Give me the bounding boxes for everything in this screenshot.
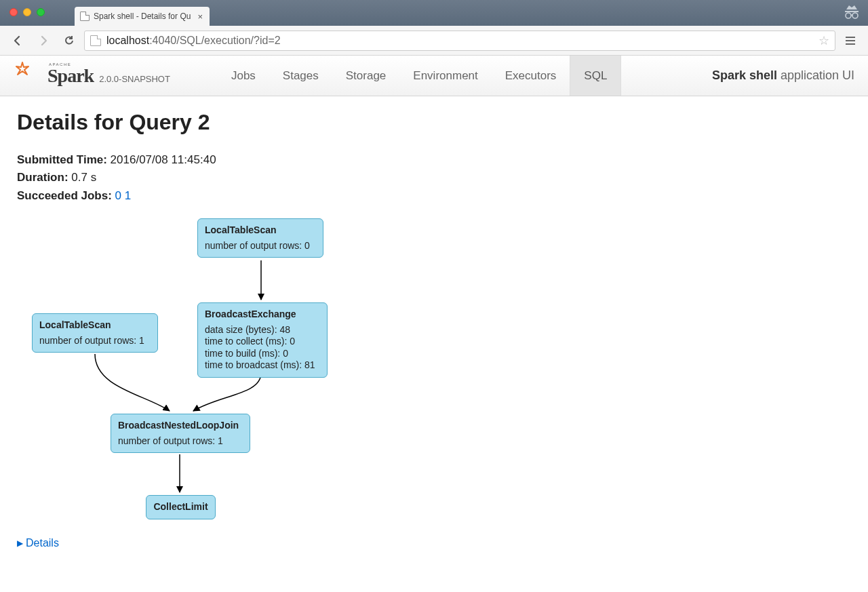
browser-toolbar: localhost:4040/SQL/execution/?id=2 ☆ [0, 26, 868, 56]
maximize-window-button[interactable] [37, 8, 45, 16]
dag-node-localtablescan-0[interactable]: LocalTableScan number of output rows: 0 [197, 218, 323, 258]
job-link-0[interactable]: 0 [115, 189, 121, 202]
page-icon [90, 35, 101, 46]
dag-node-broadcastnestedloopjoin[interactable]: BroadcastNestedLoopJoin number of output… [111, 414, 250, 453]
bookmark-star-icon[interactable]: ☆ [818, 33, 829, 48]
close-tab-icon[interactable]: × [197, 12, 203, 22]
duration: 0.7 s [71, 171, 96, 184]
dag-node-broadcastexchange[interactable]: BroadcastExchange data size (bytes): 48 … [197, 302, 328, 378]
page-icon [80, 12, 90, 21]
window-titlebar: Spark shell - Details for Qu × [0, 0, 868, 26]
app-title: Spark shell application UI [712, 68, 854, 83]
chevron-right-icon: ▶ [17, 538, 23, 548]
nav-tabs: Jobs Stages Storage Environment Executor… [218, 56, 621, 96]
back-button[interactable] [7, 31, 28, 51]
tab-environment[interactable]: Environment [399, 56, 491, 96]
window-controls [0, 0, 52, 16]
tab-title: Spark shell - Details for Qu [94, 12, 191, 21]
svg-point-0 [846, 13, 851, 18]
url-text: localhost:4040/SQL/execution/?id=2 [106, 35, 281, 47]
tab-jobs[interactable]: Jobs [218, 56, 269, 96]
minimize-window-button[interactable] [23, 8, 31, 16]
forward-button[interactable] [33, 31, 54, 51]
dag-node-collectlimit[interactable]: CollectLimit [146, 495, 216, 519]
query-dag: LocalTableScan number of output rows: 0 … [17, 218, 851, 530]
page-title: Details for Query 2 [17, 110, 851, 135]
svg-point-1 [852, 13, 858, 18]
spark-navbar: Spark 2.0.0-SNAPSHOT Jobs Stages Storage… [0, 56, 868, 96]
tab-executors[interactable]: Executors [492, 56, 570, 96]
tab-storage[interactable]: Storage [332, 56, 400, 96]
version-label: 2.0.0-SNAPSHOT [99, 74, 170, 87]
incognito-icon [842, 4, 861, 21]
query-meta: Submitted Time: 2016/07/08 11:45:40 Dura… [17, 151, 851, 205]
logo-text: Spark [37, 65, 94, 87]
job-link-1[interactable]: 1 [125, 189, 131, 202]
menu-button[interactable] [840, 31, 861, 51]
address-bar[interactable]: localhost:4040/SQL/execution/?id=2 ☆ [84, 31, 835, 51]
close-window-button[interactable] [9, 8, 18, 16]
page-content: Details for Query 2 Submitted Time: 2016… [0, 96, 868, 563]
tab-sql[interactable]: SQL [570, 56, 621, 96]
reload-button[interactable] [58, 31, 80, 51]
tab-stages[interactable]: Stages [269, 56, 332, 96]
submitted-time: 2016/07/08 11:45:40 [111, 153, 216, 166]
dag-node-localtablescan-1[interactable]: LocalTableScan number of output rows: 1 [32, 313, 158, 353]
browser-tab[interactable]: Spark shell - Details for Qu × [75, 7, 210, 26]
spark-logo[interactable]: Spark 2.0.0-SNAPSHOT [14, 65, 170, 87]
details-toggle[interactable]: ▶ Details [17, 537, 851, 549]
